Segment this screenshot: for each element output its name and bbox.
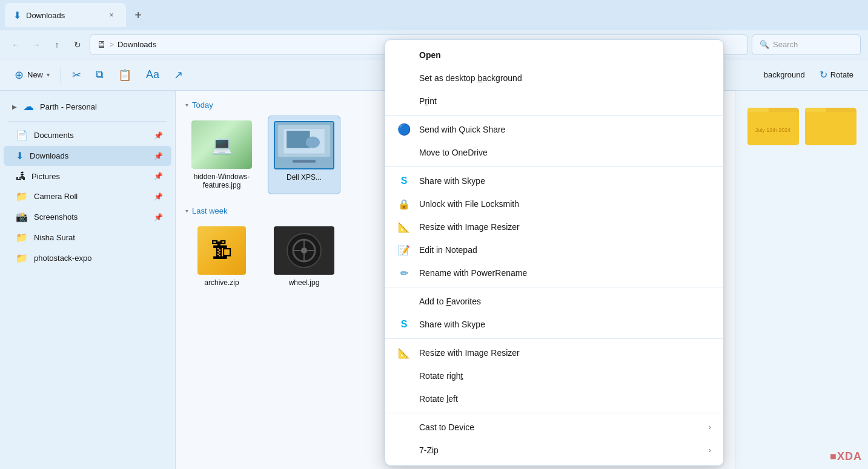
cut-button[interactable]: ✂	[66, 65, 87, 85]
ctx-divider-5	[385, 413, 723, 413]
ctx-item-7zip[interactable]: 7-Zip ›	[385, 439, 723, 462]
forward-button[interactable]: →	[28, 36, 45, 53]
folder-item-2[interactable]	[805, 103, 856, 148]
ctx-item-skype2[interactable]: S Share with Skype	[385, 313, 723, 336]
ctx-item-notepad[interactable]: 📝 Edit in Notepad	[385, 238, 723, 261]
share-button[interactable]: ↗	[168, 65, 189, 85]
onedrive-label: Parth - Personal	[40, 102, 97, 111]
ctx-7zip-icon	[397, 444, 411, 457]
ctx-skype2-label: Share with Skype	[419, 320, 711, 329]
ctx-item-print[interactable]: Print	[385, 90, 723, 113]
svg-rect-3	[287, 131, 310, 148]
paste-button[interactable]: 📋	[112, 65, 137, 85]
ctx-skype2-icon: S	[397, 318, 411, 331]
sidebar-item-screenshots[interactable]: 📸 Screenshots 📌	[4, 207, 171, 227]
ctx-item-quick-share[interactable]: 🔵 Send with Quick Share	[385, 118, 723, 141]
copy-icon: ⧉	[96, 68, 104, 81]
new-tab-button[interactable]: +	[128, 5, 148, 25]
breadcrumb-separator: >	[110, 41, 114, 49]
ctx-resizer2-icon: 📐	[397, 346, 411, 359]
sidebar-item-photostack[interactable]: 📁 photostack-expo	[4, 248, 171, 268]
file-item-hidden-windows[interactable]: hidden-Windows-features.jpg	[185, 116, 258, 194]
ctx-item-rotate-left[interactable]: Rotate left	[385, 387, 723, 410]
documents-icon: 📄	[16, 130, 28, 141]
ctx-onedrive-label: Move to OneDrive	[419, 148, 711, 157]
svg-point-8	[301, 248, 307, 254]
search-box[interactable]: 🔍 Search	[752, 34, 861, 55]
share-icon: ↗	[174, 68, 183, 82]
ctx-item-favorites[interactable]: Add to Favorites	[385, 290, 723, 313]
sidebar-item-nisha-surat[interactable]: 📁 Nisha Surat	[4, 228, 171, 248]
file-name-wheel: wheel.jpg	[289, 278, 320, 287]
sidebar-item-downloads[interactable]: ⬇ Downloads 📌	[4, 146, 171, 166]
background-button[interactable]: background	[758, 67, 811, 82]
file-item-dell-xps[interactable]: Dell XPS...	[268, 116, 340, 194]
pin-icon-downloads: 📌	[154, 152, 163, 160]
rename-button[interactable]: Aa	[140, 65, 165, 85]
new-label: New	[27, 70, 43, 79]
new-button[interactable]: ⊕ New ▾	[8, 65, 56, 85]
up-button[interactable]: ↑	[48, 36, 65, 53]
ctx-item-cast[interactable]: Cast to Device ›	[385, 416, 723, 439]
ctx-print-label: Print	[419, 96, 711, 106]
camera-roll-label: Camera Roll	[34, 192, 78, 201]
nisha-surat-label: Nisha Surat	[34, 233, 75, 242]
ctx-favorites-label: Add to Favorites	[419, 297, 711, 306]
ctx-item-rotate-right[interactable]: Rotate right	[385, 364, 723, 387]
svg-rect-19	[805, 112, 856, 145]
sidebar-item-onedrive[interactable]: ▶ ☁ Parth - Personal	[0, 96, 175, 117]
ctx-item-resizer2[interactable]: 📐 Resize with Image Resizer	[385, 341, 723, 364]
svg-point-4	[306, 137, 320, 148]
folder-item-1[interactable]: July 12th 2024	[747, 103, 799, 148]
tab-downloads[interactable]: ⬇ Downloads ×	[5, 3, 126, 27]
ctx-desktop-bg-label: Set as desktop background	[419, 73, 711, 83]
refresh-button[interactable]: ↻	[69, 36, 86, 53]
tab-title: Downloads	[26, 11, 65, 20]
ctx-rotate-right-label: Rotate right	[419, 371, 711, 381]
ctx-item-desktop-bg[interactable]: Set as desktop background	[385, 67, 723, 90]
ctx-item-skype1[interactable]: S Share with Skype	[385, 169, 723, 192]
ctx-rotate-left-icon	[397, 392, 411, 405]
ctx-locksmith-icon: 🔒	[397, 197, 411, 211]
download-tab-icon: ⬇	[13, 10, 21, 21]
rotate-button[interactable]: ↻ Rotate	[813, 66, 860, 84]
back-button[interactable]: ←	[7, 36, 24, 53]
screenshots-label: Screenshots	[34, 212, 78, 221]
right-panel-items: July 12th 2024	[741, 97, 862, 154]
file-thumb-dell-xps	[274, 121, 334, 169]
file-item-zip[interactable]: 🗜 archive.zip	[185, 221, 258, 292]
context-menu: Open Set as desktop background Print 🔵 S…	[385, 39, 724, 466]
ctx-item-locksmith[interactable]: 🔒 Unlock with File Locksmith	[385, 192, 723, 215]
wheel-thumbnail	[274, 226, 334, 275]
svg-text:July 12th 2024: July 12th 2024	[755, 127, 791, 133]
copy-button[interactable]: ⧉	[90, 65, 110, 85]
file-name-zip: archive.zip	[204, 278, 239, 287]
sidebar-item-documents[interactable]: 📄 Documents 📌	[4, 125, 171, 145]
ctx-item-open[interactable]: Open	[385, 44, 723, 67]
ctx-item-onedrive[interactable]: Move to OneDrive	[385, 141, 723, 164]
ctx-item-resizer1[interactable]: 📐 Resize with Image Resizer	[385, 215, 723, 238]
sidebar-divider	[8, 121, 167, 122]
sidebar-item-camera-roll[interactable]: 📁 Camera Roll 📌	[4, 186, 171, 206]
new-icon: ⊕	[15, 68, 24, 82]
file-name-hidden-windows: hidden-Windows-features.jpg	[190, 172, 253, 189]
pictures-icon: 🏞	[16, 171, 25, 182]
ctx-print-icon	[397, 94, 411, 108]
file-item-wheel[interactable]: wheel.jpg	[268, 221, 340, 292]
ctx-item-powerrename[interactable]: ✏ Rename with PowerRename	[385, 261, 723, 284]
ctx-resizer1-label: Resize with Image Resizer	[419, 222, 711, 232]
tab-close-button[interactable]: ×	[105, 9, 118, 21]
today-label: Today	[192, 100, 213, 110]
ctx-divider-3	[385, 287, 723, 287]
ctx-skype1-icon: S	[397, 174, 411, 188]
ctx-resizer1-icon: 📐	[397, 220, 411, 234]
toolbar-divider-1	[61, 67, 61, 84]
monitor-icon: 🖥	[96, 39, 106, 50]
ctx-skype1-label: Share with Skype	[419, 176, 711, 186]
sidebar-item-pictures[interactable]: 🏞 Pictures 📌	[4, 166, 171, 186]
sidebar: ▶ ☁ Parth - Personal 📄 Documents 📌 ⬇ Dow…	[0, 91, 176, 469]
ctx-quick-share-label: Send with Quick Share	[419, 125, 711, 134]
ctx-rotate-left-label: Rotate left	[419, 394, 711, 404]
ctx-open-label: Open	[419, 50, 711, 60]
zip-thumbnail: 🗜	[197, 226, 246, 275]
